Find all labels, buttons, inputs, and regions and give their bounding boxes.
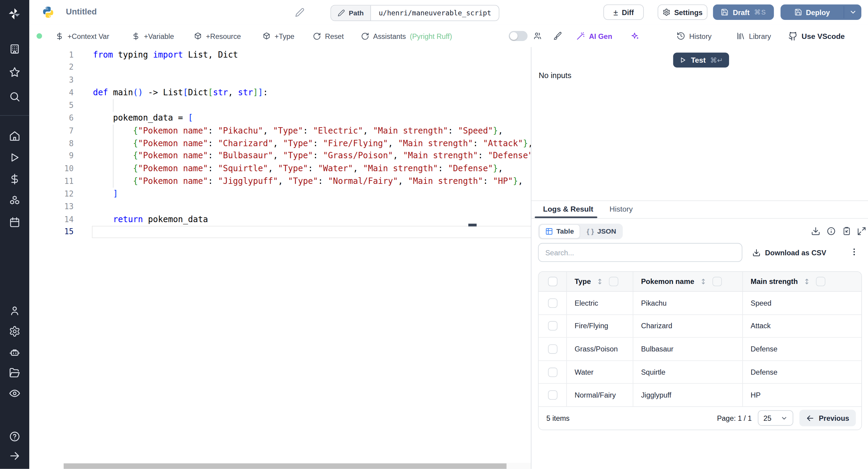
refresh-icon [361, 32, 370, 40]
view-json-button[interactable]: { } JSON [581, 225, 622, 238]
search-input[interactable] [538, 243, 742, 262]
history-button[interactable]: History [676, 25, 712, 47]
previous-page-button[interactable]: Previous [799, 410, 856, 427]
column-filter-box[interactable] [816, 277, 826, 286]
code-text: pokemon_data = [ [93, 112, 193, 124]
expand-icon[interactable] [857, 226, 866, 236]
ai-gen-button[interactable]: AI Gen [576, 25, 612, 47]
code-lines: 1from typing import List, Dict234def mai… [29, 49, 531, 238]
code-line[interactable]: 10 {"Pokemon name": "Squirtle", "Type": … [29, 162, 531, 175]
draft-button[interactable]: Draft ⌘S [713, 4, 774, 20]
code-line[interactable]: 1from typing import List, Dict [29, 49, 531, 61]
code-editor[interactable]: 1from typing import List, Dict234def mai… [29, 47, 531, 469]
deploy-menu-button[interactable] [844, 4, 861, 20]
play-icon[interactable] [9, 152, 21, 163]
settings-button[interactable]: Settings [658, 4, 707, 20]
arrow-right-icon[interactable] [9, 450, 21, 462]
tab-logs-result[interactable]: Logs & Result [543, 205, 593, 213]
building-icon[interactable] [9, 43, 21, 55]
braces-icon: { } [587, 227, 594, 236]
download-icon[interactable] [811, 226, 820, 236]
gear-icon [662, 8, 670, 16]
table-row[interactable]: Normal/FairyJigglypuffHP [538, 384, 861, 407]
code-line[interactable]: 9 {"Pokemon name": "Bulbasaur", "Type": … [29, 150, 531, 162]
row-checkbox[interactable] [548, 321, 557, 331]
help-icon[interactable] [9, 431, 21, 442]
use-vscode-button[interactable]: Use VScode [788, 25, 845, 47]
column-filter-box[interactable] [609, 277, 618, 286]
diff-button[interactable]: ± Diff [603, 4, 644, 20]
clipboard-icon[interactable] [842, 226, 851, 236]
tab-history[interactable]: History [610, 205, 632, 213]
code-line[interactable]: 14 return pokemon_data [29, 213, 531, 225]
test-button[interactable]: Test ⌘↵ [673, 53, 729, 67]
robot-icon[interactable] [9, 347, 21, 358]
users-icon[interactable] [533, 32, 542, 40]
sort-icon[interactable] [803, 277, 811, 286]
code-line[interactable]: 4def main() -> List[Dict[str, str]]: [29, 87, 531, 99]
brush-icon[interactable] [553, 32, 562, 40]
code-line[interactable]: 2 [29, 61, 531, 74]
reset-button[interactable]: Reset [313, 25, 344, 47]
code-line[interactable]: 8 {"Pokemon name": "Charizard", "Type": … [29, 137, 531, 150]
pencil-icon[interactable] [295, 8, 304, 17]
save-icon [721, 8, 728, 16]
sparkles-icon[interactable] [630, 32, 639, 40]
page-size-select[interactable]: 25 [758, 410, 794, 426]
star-icon[interactable] [9, 66, 21, 78]
scrollbar-decoration[interactable] [468, 223, 477, 226]
row-checkbox[interactable] [548, 299, 557, 308]
table-icon [545, 227, 553, 236]
gear-icon[interactable] [9, 325, 21, 337]
deploy-button[interactable]: Deploy [781, 4, 844, 20]
code-line[interactable]: 6 pokemon_data = [ [29, 112, 531, 124]
sort-icon[interactable] [699, 277, 708, 286]
eye-icon[interactable] [9, 387, 21, 399]
folder-icon[interactable] [9, 367, 21, 379]
script-title[interactable]: Untitled [66, 7, 97, 16]
path-widget[interactable]: Path u/henri/maneuverable_script [331, 5, 500, 21]
line-number: 7 [29, 124, 73, 137]
code-line[interactable]: 12 ] [29, 187, 531, 200]
code-line[interactable]: 5 [29, 99, 531, 112]
kebab-menu-icon[interactable] [849, 246, 860, 257]
sort-icon[interactable] [596, 277, 604, 286]
assistants-button[interactable]: Assistants (Pyright Ruff) [361, 25, 452, 47]
table-row[interactable]: Fire/FlyingCharizardAttack [538, 315, 861, 338]
row-checkbox[interactable] [548, 368, 557, 377]
library-button[interactable]: Library [736, 25, 771, 47]
user-icon[interactable] [9, 305, 21, 317]
table-row[interactable]: WaterSquirtleDefense [538, 361, 861, 384]
boxes-icon[interactable] [9, 195, 21, 207]
add-context-var-button[interactable]: +Context Var [56, 25, 110, 47]
code-line[interactable]: 11 {"Pokemon name": "Jigglypuff", "Type"… [29, 175, 531, 187]
add-variable-button[interactable]: +Variable [132, 25, 174, 47]
github-icon [788, 31, 798, 41]
select-all-checkbox[interactable] [548, 277, 557, 286]
code-line[interactable]: 13 [29, 200, 531, 213]
refresh-icon [313, 32, 321, 40]
horizontal-scrollbar-thumb[interactable] [64, 463, 506, 469]
row-checkbox[interactable] [548, 344, 557, 353]
table-row[interactable]: Grass/PoisonBulbasaurDefense [538, 338, 861, 361]
code-line[interactable]: 3 [29, 74, 531, 87]
test-shortcut: ⌘↵ [710, 56, 723, 64]
search-icon[interactable] [9, 91, 21, 102]
row-checkbox[interactable] [548, 390, 557, 400]
line-number: 8 [29, 137, 73, 150]
toggle-switch[interactable] [509, 31, 527, 41]
table-row[interactable]: ElectricPikachuSpeed [538, 292, 861, 315]
add-type-button[interactable]: +Type [262, 25, 294, 47]
info-icon[interactable] [827, 226, 836, 236]
path-value[interactable]: u/henri/maneuverable_script [371, 5, 499, 21]
calendar-icon[interactable] [9, 216, 21, 228]
add-resource-button[interactable]: +Resource [194, 25, 241, 47]
windmill-logo[interactable] [8, 7, 21, 21]
dollar-icon[interactable] [9, 173, 21, 185]
download-csv-button[interactable]: Download as CSV [752, 243, 826, 262]
view-table-button[interactable]: Table [539, 224, 580, 239]
table-cell: Fire/Flying [567, 322, 608, 330]
column-filter-box[interactable] [712, 277, 722, 286]
home-icon[interactable] [9, 130, 21, 142]
code-line[interactable]: 7 {"Pokemon name": "Pikachu", "Type": "E… [29, 124, 531, 137]
